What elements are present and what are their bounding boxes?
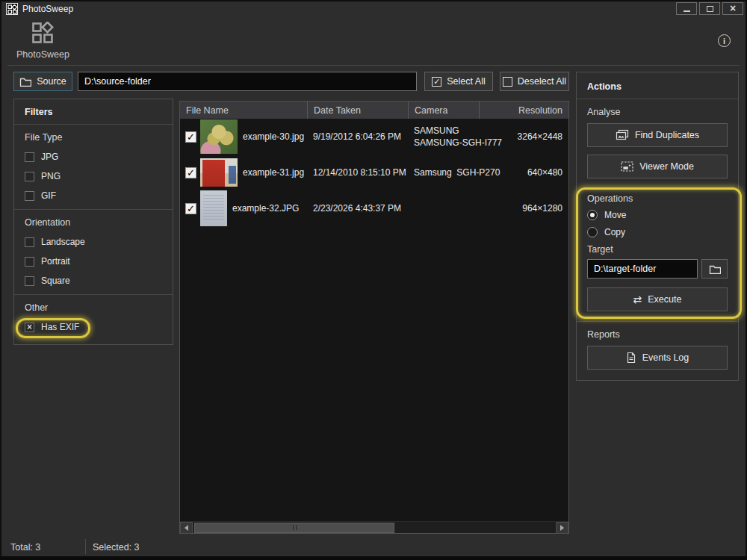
viewer-icon xyxy=(621,161,633,172)
swap-arrows-icon: ⇄ xyxy=(633,294,642,305)
close-icon: × xyxy=(730,3,736,13)
reports-section: Reports Events Log xyxy=(577,321,738,370)
close-button[interactable]: × xyxy=(722,2,743,15)
file-name: example-30.jpg xyxy=(243,131,304,142)
filter-checkbox-square[interactable]: Square xyxy=(25,276,162,286)
browse-target-button[interactable] xyxy=(701,259,728,279)
deselect-all-button[interactable]: Deselect All xyxy=(500,72,569,91)
info-button[interactable]: i xyxy=(718,34,731,47)
maximize-button[interactable] xyxy=(699,2,720,15)
app-logo: PhotoSweep xyxy=(16,22,69,60)
filter-group-orientation: Orientation Landscape Portrait Square xyxy=(14,210,173,295)
scrollbar-thumb[interactable] xyxy=(194,523,394,533)
window-bottom-edge xyxy=(0,556,747,560)
date-taken: 12/14/2010 8:15:10 PM xyxy=(307,167,408,178)
total-count: Total: 3 xyxy=(10,542,40,553)
filters-title: Filters xyxy=(14,99,173,125)
app-name-label: PhotoSweep xyxy=(16,49,69,60)
source-path-input[interactable]: D:\source-folder xyxy=(78,72,417,91)
resolution: 3264×2448 xyxy=(479,131,568,142)
document-icon xyxy=(626,352,636,364)
file-name: example-31.jpg xyxy=(243,167,304,178)
right-arrow-icon xyxy=(560,525,564,531)
row-checkbox-checked[interactable]: ✓ xyxy=(185,167,196,178)
viewer-mode-button[interactable]: Viewer Mode xyxy=(587,155,728,178)
minimize-button[interactable] xyxy=(676,2,697,15)
file-name: example-32.JPG xyxy=(232,203,299,214)
filter-group-file-type: File Type JPG PNG GIF xyxy=(14,125,173,210)
scrollbar-track[interactable] xyxy=(193,522,556,534)
execute-button[interactable]: ⇄ Execute xyxy=(587,287,728,311)
column-header-date-taken[interactable]: Date Taken xyxy=(307,102,408,119)
checkbox-icon xyxy=(25,191,34,201)
duplicates-icon xyxy=(616,129,629,141)
table-row[interactable]: ✓ example-30.jpg 9/19/2012 6:04:26 PM SA… xyxy=(180,119,568,155)
resolution: 964×1280 xyxy=(479,203,568,214)
resolution: 640×480 xyxy=(479,167,568,178)
checkbox-icon xyxy=(25,237,34,247)
move-radio[interactable]: Move xyxy=(587,210,728,220)
scroll-left-button[interactable] xyxy=(180,522,193,534)
row-checkbox-checked[interactable]: ✓ xyxy=(185,203,196,214)
checkbox-icon xyxy=(25,152,34,162)
left-arrow-icon xyxy=(185,525,188,531)
filter-checkbox-png[interactable]: PNG xyxy=(25,171,162,181)
maximize-icon xyxy=(707,6,713,12)
folder-icon xyxy=(19,77,31,87)
filter-group-other: Other × Has EXIF xyxy=(14,295,173,340)
date-taken: 2/23/2026 4:43:37 PM xyxy=(307,203,408,214)
column-header-file-name[interactable]: File Name xyxy=(180,102,307,119)
app-logo-icon-small xyxy=(6,3,18,15)
status-divider xyxy=(85,539,86,554)
checkbox-icon xyxy=(25,172,34,181)
source-button[interactable]: Source xyxy=(13,72,72,91)
column-header-camera[interactable]: Camera xyxy=(408,102,479,119)
events-log-button[interactable]: Events Log xyxy=(587,346,728,370)
folder-icon xyxy=(709,264,721,274)
thumbnail-red-cup-photo xyxy=(200,158,238,187)
titlebar: PhotoSweep × xyxy=(1,1,746,16)
table-header: File Name Date Taken Camera Resolution xyxy=(180,102,568,119)
unchecked-checkbox-icon xyxy=(503,77,512,87)
window-title: PhotoSweep xyxy=(22,4,73,14)
horizontal-scrollbar[interactable] xyxy=(180,521,568,533)
file-table: File Name Date Taken Camera Resolution ✓… xyxy=(179,101,569,534)
thumbnail-fruit-photo xyxy=(200,119,238,154)
column-header-resolution[interactable]: Resolution xyxy=(479,102,568,119)
mixed-checkbox-icon: × xyxy=(25,323,34,332)
selected-count: Selected: 3 xyxy=(93,542,140,553)
filter-checkbox-has-exif[interactable]: × Has EXIF xyxy=(25,322,162,332)
copy-radio[interactable]: Copy xyxy=(587,227,728,237)
find-duplicates-button[interactable]: Find Duplicates xyxy=(587,123,728,147)
radio-unselected-icon xyxy=(587,227,598,237)
table-row[interactable]: ✓ example-32.JPG 2/23/2026 4:43:37 PM 96… xyxy=(180,190,568,226)
filter-checkbox-portrait[interactable]: Portrait xyxy=(25,256,162,267)
target-label: Target xyxy=(587,244,728,255)
filter-checkbox-jpg[interactable]: JPG xyxy=(25,152,162,162)
select-all-button[interactable]: ✓ Select All xyxy=(424,72,493,91)
scroll-right-button[interactable] xyxy=(556,522,568,534)
grip-icon xyxy=(293,525,297,530)
checked-checkbox-icon: ✓ xyxy=(432,77,441,87)
reports-label: Reports xyxy=(587,329,728,340)
actions-title: Actions xyxy=(577,72,738,99)
actions-panel: Actions Analyse Find Duplicates Viewer M… xyxy=(576,72,739,381)
status-bar: Total: 3 Selected: 3 xyxy=(1,537,746,557)
analyse-label: Analyse xyxy=(587,107,728,117)
checkbox-icon xyxy=(25,257,34,267)
filters-panel: Filters File Type JPG PNG GIF Orientatio… xyxy=(13,99,173,345)
date-taken: 9/19/2012 6:04:26 PM xyxy=(307,131,408,142)
app-logo-icon xyxy=(31,22,55,44)
target-path-input[interactable]: D:\target-folder xyxy=(587,259,698,279)
table-row[interactable]: ✓ example-31.jpg 12/14/2010 8:15:10 PM S… xyxy=(180,155,568,190)
thumbnail-handwritten-note-photo xyxy=(200,190,227,226)
app-header: PhotoSweep i xyxy=(7,16,740,66)
row-checkbox-checked[interactable]: ✓ xyxy=(185,131,196,143)
checkbox-icon xyxy=(25,276,34,286)
operations-label: Operations xyxy=(587,193,728,204)
radio-selected-icon xyxy=(587,210,598,220)
minimize-icon xyxy=(684,10,690,12)
info-icon: i xyxy=(723,37,725,46)
filter-checkbox-landscape[interactable]: Landscape xyxy=(25,237,162,247)
filter-checkbox-gif[interactable]: GIF xyxy=(25,190,162,201)
